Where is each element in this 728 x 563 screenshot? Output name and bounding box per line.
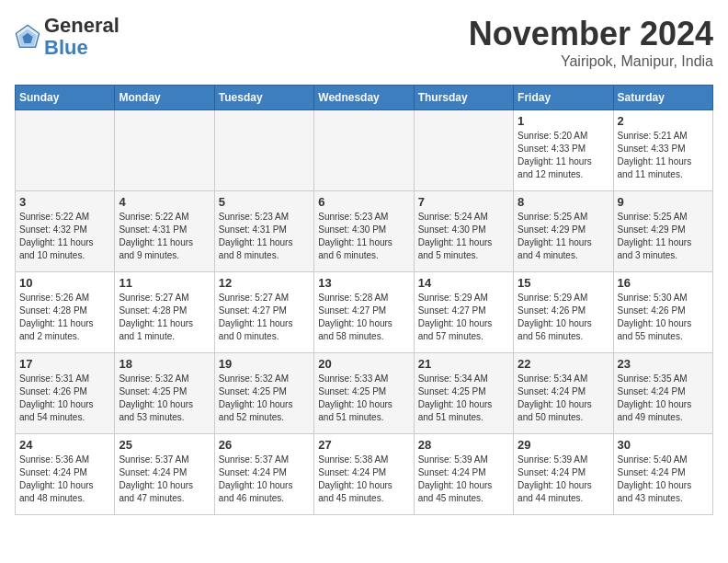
location: Yairipok, Manipur, India [469,53,713,70]
logo-text: General Blue [44,15,119,59]
day-number: 8 [518,195,609,209]
calendar-cell: 16Sunrise: 5:30 AMSunset: 4:26 PMDayligh… [613,272,712,353]
header-sunday: Sunday [16,86,115,110]
calendar-cell [16,110,115,191]
day-info: Sunrise: 5:25 AMSunset: 4:29 PMDaylight:… [518,211,609,262]
day-number: 13 [318,276,409,290]
day-info: Sunrise: 5:22 AMSunset: 4:31 PMDaylight:… [119,211,210,262]
header-monday: Monday [115,86,214,110]
day-info: Sunrise: 5:25 AMSunset: 4:29 PMDaylight:… [618,211,709,262]
logo-blue-text: Blue [44,36,88,59]
day-info: Sunrise: 5:28 AMSunset: 4:27 PMDaylight:… [318,292,409,343]
month-title: November 2024 [469,15,713,53]
day-number: 26 [219,438,310,452]
day-number: 5 [219,195,310,209]
calendar-table: Sunday Monday Tuesday Wednesday Thursday… [15,85,713,515]
week-row-1: 1Sunrise: 5:20 AMSunset: 4:33 PMDaylight… [16,110,713,191]
day-number: 11 [119,276,210,290]
calendar-cell: 18Sunrise: 5:32 AMSunset: 4:25 PMDayligh… [115,353,214,434]
day-info: Sunrise: 5:23 AMSunset: 4:31 PMDaylight:… [219,211,310,262]
day-info: Sunrise: 5:29 AMSunset: 4:27 PMDaylight:… [418,292,509,343]
calendar-header-row: Sunday Monday Tuesday Wednesday Thursday… [16,86,713,110]
day-number: 21 [418,357,509,371]
day-info: Sunrise: 5:40 AMSunset: 4:24 PMDaylight:… [618,454,709,505]
day-number: 2 [618,114,709,128]
day-number: 7 [418,195,509,209]
week-row-3: 10Sunrise: 5:26 AMSunset: 4:28 PMDayligh… [16,272,713,353]
day-number: 20 [318,357,409,371]
logo-icon [15,24,40,50]
calendar-cell: 14Sunrise: 5:29 AMSunset: 4:27 PMDayligh… [414,272,513,353]
calendar-cell: 13Sunrise: 5:28 AMSunset: 4:27 PMDayligh… [314,272,414,353]
day-info: Sunrise: 5:34 AMSunset: 4:24 PMDaylight:… [518,373,609,424]
calendar-cell: 12Sunrise: 5:27 AMSunset: 4:27 PMDayligh… [214,272,313,353]
calendar-cell: 5Sunrise: 5:23 AMSunset: 4:31 PMDaylight… [214,191,313,272]
day-number: 3 [19,195,110,209]
calendar-cell: 9Sunrise: 5:25 AMSunset: 4:29 PMDaylight… [613,191,712,272]
day-info: Sunrise: 5:36 AMSunset: 4:24 PMDaylight:… [19,454,110,505]
calendar-cell: 10Sunrise: 5:26 AMSunset: 4:28 PMDayligh… [16,272,115,353]
day-info: Sunrise: 5:38 AMSunset: 4:24 PMDaylight:… [318,454,409,505]
day-info: Sunrise: 5:37 AMSunset: 4:24 PMDaylight:… [219,454,310,505]
day-number: 24 [19,438,110,452]
day-info: Sunrise: 5:20 AMSunset: 4:33 PMDaylight:… [518,130,609,181]
day-number: 19 [219,357,310,371]
week-row-2: 3Sunrise: 5:22 AMSunset: 4:32 PMDaylight… [16,191,713,272]
day-info: Sunrise: 5:39 AMSunset: 4:24 PMDaylight:… [518,454,609,505]
calendar-cell: 29Sunrise: 5:39 AMSunset: 4:24 PMDayligh… [514,434,613,515]
header-thursday: Thursday [414,86,513,110]
calendar-cell: 1Sunrise: 5:20 AMSunset: 4:33 PMDaylight… [514,110,613,191]
day-number: 28 [418,438,509,452]
day-number: 14 [418,276,509,290]
calendar-cell: 11Sunrise: 5:27 AMSunset: 4:28 PMDayligh… [115,272,214,353]
calendar-cell: 19Sunrise: 5:32 AMSunset: 4:25 PMDayligh… [214,353,313,434]
day-info: Sunrise: 5:24 AMSunset: 4:30 PMDaylight:… [418,211,509,262]
calendar-cell: 6Sunrise: 5:23 AMSunset: 4:30 PMDaylight… [314,191,414,272]
day-number: 27 [318,438,409,452]
header-friday: Friday [514,86,613,110]
logo: General Blue [15,15,119,59]
day-info: Sunrise: 5:30 AMSunset: 4:26 PMDaylight:… [618,292,709,343]
calendar-cell: 28Sunrise: 5:39 AMSunset: 4:24 PMDayligh… [414,434,513,515]
calendar-cell [115,110,214,191]
day-number: 25 [119,438,210,452]
day-info: Sunrise: 5:31 AMSunset: 4:26 PMDaylight:… [19,373,110,424]
calendar-cell: 17Sunrise: 5:31 AMSunset: 4:26 PMDayligh… [16,353,115,434]
calendar-cell: 30Sunrise: 5:40 AMSunset: 4:24 PMDayligh… [613,434,712,515]
day-info: Sunrise: 5:22 AMSunset: 4:32 PMDaylight:… [19,211,110,262]
week-row-4: 17Sunrise: 5:31 AMSunset: 4:26 PMDayligh… [16,353,713,434]
day-number: 16 [618,276,709,290]
day-number: 15 [518,276,609,290]
day-info: Sunrise: 5:27 AMSunset: 4:27 PMDaylight:… [219,292,310,343]
calendar-cell: 15Sunrise: 5:29 AMSunset: 4:26 PMDayligh… [514,272,613,353]
day-number: 17 [19,357,110,371]
calendar-cell: 20Sunrise: 5:33 AMSunset: 4:25 PMDayligh… [314,353,414,434]
calendar-cell: 22Sunrise: 5:34 AMSunset: 4:24 PMDayligh… [514,353,613,434]
day-number: 10 [19,276,110,290]
title-block: November 2024 Yairipok, Manipur, India [469,15,713,70]
calendar-cell: 7Sunrise: 5:24 AMSunset: 4:30 PMDaylight… [414,191,513,272]
day-number: 4 [119,195,210,209]
day-info: Sunrise: 5:32 AMSunset: 4:25 PMDaylight:… [119,373,210,424]
day-info: Sunrise: 5:39 AMSunset: 4:24 PMDaylight:… [418,454,509,505]
header-saturday: Saturday [613,86,712,110]
day-info: Sunrise: 5:23 AMSunset: 4:30 PMDaylight:… [318,211,409,262]
calendar-cell: 21Sunrise: 5:34 AMSunset: 4:25 PMDayligh… [414,353,513,434]
day-info: Sunrise: 5:37 AMSunset: 4:24 PMDaylight:… [119,454,210,505]
day-info: Sunrise: 5:29 AMSunset: 4:26 PMDaylight:… [518,292,609,343]
calendar-cell: 2Sunrise: 5:21 AMSunset: 4:33 PMDaylight… [613,110,712,191]
day-info: Sunrise: 5:34 AMSunset: 4:25 PMDaylight:… [418,373,509,424]
day-number: 6 [318,195,409,209]
calendar-cell [314,110,414,191]
calendar-cell: 8Sunrise: 5:25 AMSunset: 4:29 PMDaylight… [514,191,613,272]
day-info: Sunrise: 5:27 AMSunset: 4:28 PMDaylight:… [119,292,210,343]
calendar-cell: 24Sunrise: 5:36 AMSunset: 4:24 PMDayligh… [16,434,115,515]
calendar-cell: 4Sunrise: 5:22 AMSunset: 4:31 PMDaylight… [115,191,214,272]
header-wednesday: Wednesday [314,86,414,110]
day-number: 30 [618,438,709,452]
day-info: Sunrise: 5:26 AMSunset: 4:28 PMDaylight:… [19,292,110,343]
logo-general-text: General [44,14,119,37]
day-number: 22 [518,357,609,371]
day-number: 29 [518,438,609,452]
day-number: 1 [518,114,609,128]
